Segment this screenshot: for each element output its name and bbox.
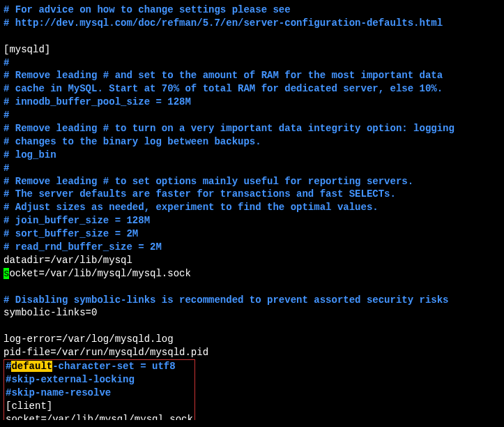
config-line: symbolic-links=0 bbox=[3, 306, 494, 320]
config-line bbox=[3, 30, 494, 43]
config-line: log-error=/var/log/mysqld.log bbox=[3, 333, 494, 346]
config-line: # Disabling symbolic-links is recommende… bbox=[3, 294, 494, 307]
config-line: # Remove leading # to turn on a very imp… bbox=[3, 122, 494, 135]
config-line: # Adjust sizes as needed, experiment to … bbox=[3, 201, 494, 214]
config-line bbox=[3, 280, 494, 294]
config-line: [client] bbox=[6, 400, 193, 413]
config-line: # http://dev.mysql.com/doc/refman/5.7/en… bbox=[3, 17, 494, 30]
config-line: # The server defaults are faster for tra… bbox=[3, 188, 494, 201]
config-line: pid-file=/var/run/mysqld/mysqld.pid bbox=[3, 346, 494, 359]
config-line: # innodb_buffer_pool_size = 128M bbox=[3, 96, 494, 109]
config-text: -character-set = utf8 bbox=[52, 361, 175, 372]
editor-viewport[interactable]: # For advice on how to change settings p… bbox=[3, 3, 494, 420]
config-line: datadir=/var/lib/mysql bbox=[3, 254, 494, 267]
config-line-cursor: socket=/var/lib/mysql/mysql.sock bbox=[3, 267, 494, 280]
config-line: #skip-external-locking bbox=[6, 373, 193, 387]
config-line: #skip-name-resolve bbox=[6, 387, 193, 400]
config-line: # bbox=[3, 109, 494, 122]
config-line: socket=/var/lib/mysql/mysql.sock bbox=[6, 413, 193, 420]
config-line: # bbox=[3, 162, 494, 175]
config-line: # bbox=[3, 57, 494, 70]
search-highlight: default bbox=[11, 361, 52, 372]
config-line: # changes to the binary log between back… bbox=[3, 135, 494, 149]
config-line: # Remove leading # to set options mainly… bbox=[3, 175, 494, 188]
config-line: [mysqld] bbox=[3, 43, 494, 57]
config-line: # cache in MySQL. Start at 70% of total … bbox=[3, 82, 494, 96]
config-line: # join_buffer_size = 128M bbox=[3, 214, 494, 227]
config-line: # sort_buffer_size = 2M bbox=[3, 227, 494, 241]
config-line: # Remove leading # and set to the amount… bbox=[3, 69, 494, 82]
config-line: # For advice on how to change settings p… bbox=[3, 3, 494, 17]
config-line: # log_bin bbox=[3, 149, 494, 162]
highlighted-region: #default-character-set = utf8 #skip-exte… bbox=[3, 359, 195, 420]
config-text: ocket=/var/lib/mysql/mysql.sock bbox=[9, 268, 190, 279]
config-line: #default-character-set = utf8 bbox=[6, 360, 193, 373]
config-line: # read_rnd_buffer_size = 2M bbox=[3, 241, 494, 254]
config-line bbox=[3, 320, 494, 333]
